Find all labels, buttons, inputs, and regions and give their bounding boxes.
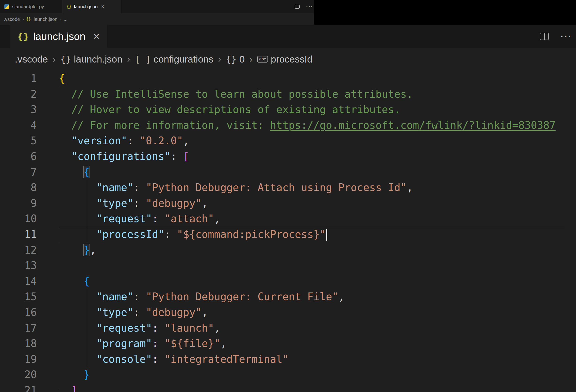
vscode-window: { "palette": { "bg_editor": "#1f1f1f", "… xyxy=(0,0,576,392)
code-token: "processId" xyxy=(96,228,164,240)
code-line-text: { xyxy=(59,71,565,86)
breadcrumb-label: .vscode xyxy=(15,54,48,65)
json-file-icon: {} xyxy=(17,31,29,42)
line-number[interactable]: 10 xyxy=(0,211,59,227)
breadcrumb-separator: › xyxy=(53,54,56,64)
code-token: "Python Debugger: Current File" xyxy=(146,291,338,303)
code-token xyxy=(59,306,96,318)
line-number[interactable]: 11 xyxy=(0,227,59,242)
tab-launch-json-zoomed[interactable]: {} launch.json ✕ xyxy=(10,25,107,48)
code-token: , xyxy=(338,291,345,303)
code-line-text: // For more information, visit: https://… xyxy=(59,118,565,133)
code-line-text: "program": "${file}", xyxy=(59,336,565,351)
line-number[interactable]: 4 xyxy=(0,118,59,133)
code-line[interactable]: 6 "configurations": [ xyxy=(0,149,576,164)
code-token xyxy=(59,228,96,240)
line-number[interactable]: 2 xyxy=(0,86,59,102)
breadcrumb-item[interactable]: {}launch.json xyxy=(60,54,122,65)
code-line[interactable]: 8 "name": "Python Debugger: Attach using… xyxy=(0,180,576,196)
code-token: "name" xyxy=(96,291,133,303)
code-line-text: "type": "debugpy", xyxy=(59,305,565,320)
tab-launch-json[interactable]: {} launch.json × xyxy=(62,0,121,13)
code-token: , xyxy=(90,244,96,256)
line-number[interactable]: 17 xyxy=(0,320,59,336)
code-token xyxy=(59,166,84,178)
code-line[interactable]: 1{ xyxy=(0,71,576,86)
code-line-text xyxy=(59,258,565,274)
code-line[interactable]: 9 "type": "debugpy", xyxy=(0,196,576,211)
breadcrumb-item[interactable]: [ ]configurations xyxy=(135,54,213,65)
code-line[interactable]: 4 // For more information, visit: https:… xyxy=(0,118,576,133)
code-line[interactable]: 13 xyxy=(0,258,576,274)
line-number[interactable]: 16 xyxy=(0,305,59,320)
editor-actions: ··· xyxy=(295,0,313,13)
line-number[interactable]: 19 xyxy=(0,351,59,367)
code-line[interactable]: 2 // Use IntelliSense to learn about pos… xyxy=(0,86,576,102)
split-editor-icon[interactable] xyxy=(295,5,300,9)
python-file-icon xyxy=(4,4,9,9)
code-line[interactable]: 19 "console": "integratedTerminal" xyxy=(0,351,576,367)
code-line[interactable]: 10 "request": "attach", xyxy=(0,211,576,227)
code-token: : xyxy=(133,291,146,303)
code-token: , xyxy=(202,197,208,209)
code-token: "launch" xyxy=(164,322,214,334)
code-line[interactable]: 14 { xyxy=(0,274,576,289)
close-tab-icon[interactable]: ✕ xyxy=(93,32,100,41)
line-number[interactable]: 3 xyxy=(0,102,59,118)
code-token: : xyxy=(133,197,146,209)
tab-standardplot-py[interactable]: standardplot.py xyxy=(0,0,62,13)
line-number[interactable]: 1 xyxy=(0,71,59,86)
code-line[interactable]: 21 ] xyxy=(0,383,576,392)
code-line[interactable]: 18 "program": "${file}", xyxy=(0,336,576,351)
code-line[interactable]: 3 // Hover to view descriptions of exist… xyxy=(0,102,576,118)
code-line[interactable]: 16 "type": "debugpy", xyxy=(0,305,576,320)
code-line-text: "processId": "${command:pickProcess}" xyxy=(59,227,565,242)
breadcrumb-item[interactable]: .vscode xyxy=(15,54,48,65)
code-line[interactable]: 20 } xyxy=(0,367,576,383)
more-actions-icon[interactable]: ··· xyxy=(306,3,313,10)
code-line-text: "name": "Python Debugger: Current File", xyxy=(59,289,565,305)
code-line[interactable]: 11 "processId": "${command:pickProcess}" xyxy=(0,227,576,242)
line-number[interactable]: 9 xyxy=(0,196,59,211)
breadcrumb-item[interactable]: {}0 xyxy=(226,54,245,65)
code-token: : xyxy=(152,338,164,349)
code-line[interactable]: 15 "name": "Python Debugger: Current Fil… xyxy=(0,289,576,305)
close-tab-icon[interactable]: × xyxy=(101,3,104,10)
code-token: } xyxy=(84,368,90,381)
line-number[interactable]: 6 xyxy=(0,149,59,164)
tab-label: launch.json xyxy=(74,4,97,9)
line-number[interactable]: 8 xyxy=(0,180,59,196)
json-file-icon: {} xyxy=(67,4,71,9)
breadcrumb-item[interactable]: abcprocessId xyxy=(257,54,313,65)
code-token xyxy=(59,353,96,365)
line-number[interactable]: 5 xyxy=(0,133,59,149)
code-line[interactable]: 7 { xyxy=(0,164,576,180)
code-token: "name" xyxy=(96,182,133,193)
breadcrumb-item[interactable]: ... xyxy=(63,17,67,22)
breadcrumb-separator: › xyxy=(127,54,130,64)
split-editor-icon[interactable] xyxy=(540,33,548,40)
code-line[interactable]: 17 "request": "launch", xyxy=(0,320,576,336)
breadcrumb-label: processId xyxy=(271,54,313,65)
code-token xyxy=(59,291,96,303)
breadcrumb-item[interactable]: {}launch.json xyxy=(26,17,58,22)
line-number[interactable]: 18 xyxy=(0,336,59,351)
line-number[interactable]: 21 xyxy=(0,383,59,392)
code-token: "0.2.0" xyxy=(140,135,183,147)
code-token xyxy=(59,197,96,209)
line-number[interactable]: 13 xyxy=(0,258,59,274)
more-actions-icon[interactable]: ··· xyxy=(560,31,572,42)
line-number[interactable]: 15 xyxy=(0,289,59,305)
code-line[interactable]: 5 "version": "0.2.0", xyxy=(0,133,576,149)
code-token: , xyxy=(214,322,220,334)
line-number[interactable]: 12 xyxy=(0,242,59,258)
code-line[interactable]: 12 }, xyxy=(0,242,576,258)
line-number[interactable]: 7 xyxy=(0,164,59,180)
array-icon: [ ] xyxy=(135,54,151,64)
string-icon: abc xyxy=(257,56,268,62)
breadcrumb-item[interactable]: .vscode xyxy=(4,17,20,22)
code-line-text: "configurations": [ xyxy=(59,149,565,164)
code-token: "type" xyxy=(96,197,133,209)
line-number[interactable]: 14 xyxy=(0,274,59,289)
line-number[interactable]: 20 xyxy=(0,367,59,383)
